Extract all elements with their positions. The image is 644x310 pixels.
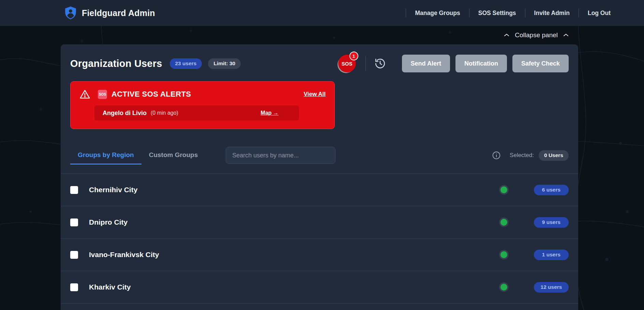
map-link[interactable]: Map →: [261, 110, 279, 116]
group-user-count-badge: 9 users: [534, 217, 569, 228]
alert-title: ACTIVE SOS ALERTS: [111, 90, 191, 99]
panel-header: Organization Users 23 users Limit: 30 SO…: [61, 44, 578, 72]
page-title: Organization Users: [70, 58, 162, 69]
group-name: Chernihiv City: [89, 186, 137, 194]
collapse-panel-label: Collapse panel: [515, 31, 558, 39]
group-checkbox[interactable]: [70, 283, 78, 291]
selected-count-badge: 0 Users: [539, 150, 569, 161]
sos-alert-entry[interactable]: Angelo di Livio (0 min ago) Map →: [94, 105, 299, 121]
alert-time-ago: (0 min ago): [151, 110, 178, 116]
warning-triangle-icon: [79, 89, 90, 99]
history-button[interactable]: [374, 57, 386, 70]
users-count-badge: 23 users: [170, 58, 202, 69]
group-name: Kharkiv City: [89, 283, 131, 291]
info-icon: [492, 151, 501, 160]
shield-logo-icon: [64, 6, 77, 20]
group-list: Chernihiv City 6 users Dnipro City 9 use…: [61, 174, 578, 310]
chevron-up-icon: [504, 33, 509, 37]
users-limit-badge: Limit: 30: [208, 58, 241, 69]
group-row[interactable]: Kherson City 4 users: [61, 304, 578, 310]
tabs-row: Groups by Region Custom Groups Selected:…: [70, 146, 569, 165]
group-row[interactable]: Dnipro City 9 users: [61, 206, 578, 239]
tab-custom-groups[interactable]: Custom Groups: [141, 146, 206, 165]
alert-header: SOS ACTIVE SOS ALERTS View All: [79, 89, 326, 99]
alert-user-name: Angelo di Livio: [103, 110, 147, 117]
group-checkbox[interactable]: [70, 186, 78, 194]
collapse-row: Collapse panel: [0, 26, 644, 44]
nav-log-out[interactable]: Log Out: [579, 10, 619, 17]
group-name: Ivano-Frankivsk City: [89, 251, 159, 259]
chevron-up-icon: [563, 33, 569, 37]
group-row[interactable]: Ivano-Frankivsk City 1 users: [61, 239, 578, 271]
collapse-panel-button[interactable]: Collapse panel: [504, 31, 569, 39]
group-name: Dnipro City: [89, 218, 128, 226]
app-title: Fieldguard Admin: [82, 8, 155, 18]
sos-button-label: SOS: [342, 61, 353, 67]
notification-button[interactable]: Notification: [455, 55, 507, 72]
view-all-link[interactable]: View All: [304, 91, 326, 98]
online-status-dot: [500, 251, 507, 258]
header-controls: SOS 1 Send Alert Notification Safety Che…: [338, 55, 569, 72]
history-icon: [374, 57, 386, 70]
sos-chip-icon: SOS: [98, 90, 107, 99]
organization-users-panel: Organization Users 23 users Limit: 30 SO…: [61, 44, 578, 310]
group-user-count-badge: 6 users: [534, 185, 569, 195]
safety-check-button[interactable]: Safety Check: [512, 55, 569, 72]
sos-button[interactable]: SOS 1: [338, 55, 356, 72]
group-user-count-badge: 12 users: [534, 282, 569, 293]
nav-sos-settings[interactable]: SOS Settings: [469, 10, 525, 17]
brand: Fieldguard Admin: [64, 6, 155, 20]
tab-groups-by-region[interactable]: Groups by Region: [70, 146, 141, 165]
top-nav: Fieldguard Admin Manage Groups SOS Setti…: [0, 0, 644, 26]
online-status-dot: [500, 219, 507, 226]
sos-count-badge: 1: [349, 52, 358, 60]
group-row[interactable]: Chernihiv City 6 users: [61, 174, 578, 206]
active-sos-alerts-box: SOS ACTIVE SOS ALERTS View All Angelo di…: [70, 81, 335, 129]
online-status-dot: [500, 284, 507, 291]
controls-divider: [365, 56, 366, 71]
search-input[interactable]: [226, 147, 335, 164]
nav-items: Manage Groups SOS Settings Invite Admin …: [406, 9, 619, 17]
group-checkbox[interactable]: [70, 251, 78, 259]
selected-label: Selected:: [510, 152, 534, 159]
group-checkbox[interactable]: [70, 219, 78, 226]
group-user-count-badge: 1 users: [534, 250, 569, 260]
nav-manage-groups[interactable]: Manage Groups: [406, 10, 469, 17]
group-row[interactable]: Kharkiv City 12 users: [61, 271, 578, 304]
send-alert-button[interactable]: Send Alert: [402, 55, 450, 72]
nav-invite-admin[interactable]: Invite Admin: [525, 10, 579, 17]
online-status-dot: [500, 186, 507, 193]
selected-cluster: Selected: 0 Users: [492, 150, 569, 161]
